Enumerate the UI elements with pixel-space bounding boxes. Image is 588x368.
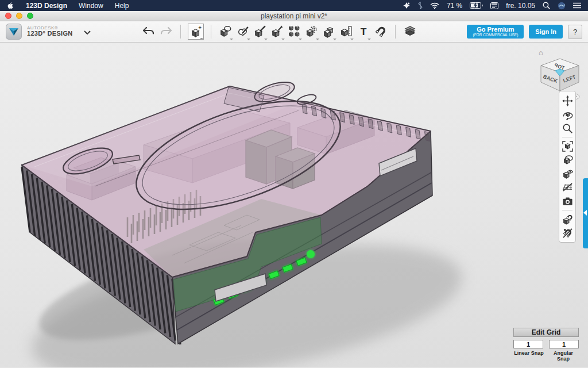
edit-grid-panel: Edit Grid Linear Snap Angular Snap xyxy=(513,328,579,362)
modify-icon[interactable] xyxy=(253,24,268,40)
go-premium-label: Go Premium xyxy=(473,26,518,33)
svg-text:+: + xyxy=(198,25,201,30)
battery-icon[interactable] xyxy=(470,1,483,10)
snap-off-icon[interactable] xyxy=(560,226,574,240)
view-mode-icon[interactable] xyxy=(560,153,574,167)
bluetooth-icon[interactable] xyxy=(418,1,423,10)
chevron-down-icon[interactable] xyxy=(84,26,91,37)
object-snap-icon[interactable] xyxy=(560,212,574,226)
primitives-icon[interactable]: + xyxy=(188,24,204,40)
zoom-icon[interactable] xyxy=(560,121,574,135)
brand-123d-design: 123D° DESIGN xyxy=(27,30,73,37)
avast-icon[interactable] xyxy=(403,1,411,10)
window-title: playstation pi mini v2* xyxy=(0,12,588,20)
panel-divider xyxy=(562,210,572,210)
go-premium-sublabel: (FOR COMMERCIAL USE) xyxy=(473,33,518,37)
undo-icon[interactable] xyxy=(141,24,156,40)
window-title-bar: playstation pi mini v2* xyxy=(0,11,588,21)
screen: 123D Design Window Help 71 % xyxy=(0,0,588,368)
toolbar-separator xyxy=(211,25,211,39)
angular-snap-input[interactable] xyxy=(549,340,579,348)
app-menu[interactable]: AUTODESK® 123D° DESIGN xyxy=(6,24,91,40)
visibility-icon[interactable] xyxy=(560,167,574,181)
app-toolbar: AUTODESK® 123D° DESIGN + xyxy=(0,21,588,43)
screenshot-icon[interactable] xyxy=(560,194,574,208)
apple-icon[interactable] xyxy=(7,1,14,10)
go-premium-button[interactable]: Go Premium (FOR COMMERCIAL USE) xyxy=(467,25,524,38)
pan-icon[interactable] xyxy=(560,94,574,108)
parts-flyout-tab[interactable] xyxy=(583,178,588,248)
sketch-icon[interactable] xyxy=(235,24,250,40)
construct-icon[interactable] xyxy=(218,24,233,40)
linear-snap-label: Linear Snap xyxy=(513,350,544,362)
print-3d-icon[interactable] xyxy=(403,24,417,40)
grid-toggle-icon[interactable] xyxy=(560,181,574,194)
help-button[interactable]: ? xyxy=(568,25,582,39)
wifi-icon[interactable] xyxy=(430,1,439,10)
redo-icon[interactable] xyxy=(158,24,173,40)
toolbar-separator xyxy=(180,25,181,39)
edit-grid-button[interactable]: Edit Grid xyxy=(513,328,579,337)
orbit-icon[interactable] xyxy=(560,108,574,121)
measure-icon[interactable] xyxy=(339,24,354,40)
brand-text: AUTODESK® 123D° DESIGN xyxy=(27,26,73,37)
linear-snap-input[interactable] xyxy=(513,340,543,348)
transform-icon[interactable] xyxy=(270,24,285,40)
text-icon[interactable]: T xyxy=(356,24,371,40)
battery-percentage: 71 % xyxy=(447,2,462,10)
zoom-fit-icon[interactable] xyxy=(560,139,574,153)
tool-strip: + xyxy=(140,24,419,40)
3d-model-playstation-pi-case[interactable] xyxy=(0,43,588,367)
snap-icon[interactable] xyxy=(373,24,388,40)
menu-clock[interactable]: fre. 10.05 xyxy=(506,2,535,10)
arrow-left-icon xyxy=(583,210,587,216)
macos-menu-bar: 123D Design Window Help 71 % xyxy=(0,0,588,11)
view-tool-panel xyxy=(559,91,576,243)
menu-window[interactable]: Window xyxy=(79,2,103,10)
power-led xyxy=(307,250,315,258)
123d-logo-icon xyxy=(6,24,22,40)
svg-text:T: T xyxy=(360,26,366,37)
combine-icon[interactable] xyxy=(322,24,336,40)
menu-help[interactable]: Help xyxy=(115,2,129,10)
notification-list-icon[interactable] xyxy=(573,1,581,10)
panel-divider xyxy=(562,137,572,137)
siri-icon[interactable] xyxy=(558,1,566,10)
angular-snap-label: Angular Snap xyxy=(548,350,579,362)
toolbar-separator xyxy=(395,25,396,39)
home-icon[interactable]: ⌂ xyxy=(539,48,543,57)
sign-in-button[interactable]: Sign In xyxy=(529,25,563,39)
calendar-icon[interactable] xyxy=(490,1,498,10)
pattern-icon[interactable] xyxy=(287,24,302,40)
view-cube-body[interactable]: TOP BACK LEFT xyxy=(541,59,579,91)
viewport-canvas[interactable]: ⌂ TOP BACK LEFT xyxy=(0,43,588,367)
grouping-icon[interactable] xyxy=(304,24,319,40)
menu-app-name[interactable]: 123D Design xyxy=(26,2,67,10)
search-icon[interactable] xyxy=(543,1,550,10)
